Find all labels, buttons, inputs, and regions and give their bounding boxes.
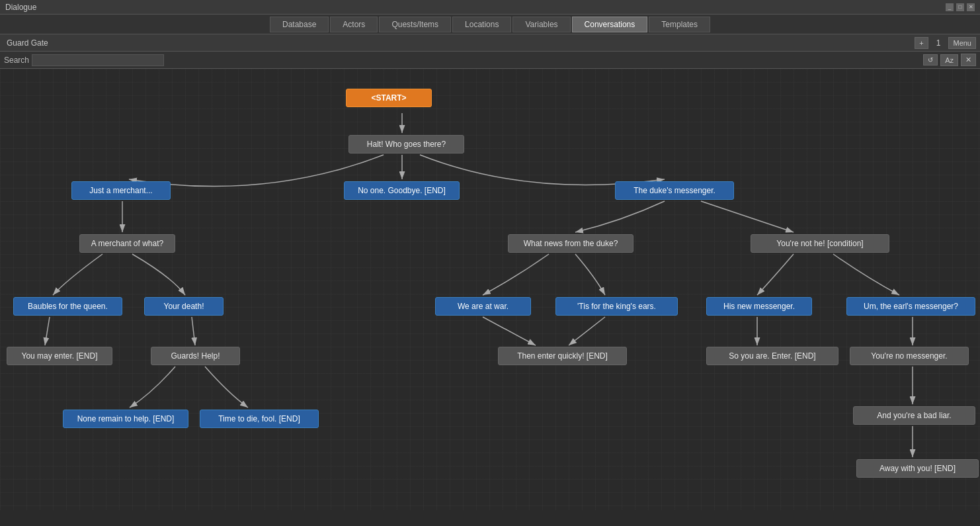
conversation-title: Guard Gate <box>4 38 912 48</box>
search-right: ↺ Az ✕ <box>923 54 976 66</box>
node-no-one[interactable]: No one. Goodbye. [END] <box>344 181 460 200</box>
node-what-news[interactable]: What news from the duke? <box>508 234 633 253</box>
close-button[interactable]: ✕ <box>967 3 975 11</box>
menu-button[interactable]: Menu <box>948 37 976 49</box>
node-we-at-war[interactable]: We are at war. <box>435 297 531 316</box>
tab-templates[interactable]: Templates <box>649 17 710 32</box>
node-then-enter[interactable]: Then enter quickly! [END] <box>498 347 627 365</box>
tab-actors[interactable]: Actors <box>330 17 378 32</box>
tab-quests[interactable]: Quests/Items <box>379 17 451 32</box>
tab-conversations[interactable]: Conversations <box>572 17 648 32</box>
search-bar: Search ↺ Az ✕ <box>0 52 980 69</box>
node-bad-liar[interactable]: And you're a bad liar. <box>853 406 975 425</box>
svg-line-4 <box>45 317 50 345</box>
node-start[interactable]: <START> <box>346 89 432 107</box>
node-his-new-messenger[interactable]: His new messenger. <box>706 297 812 316</box>
toolbar: Guard Gate + 1 Menu <box>0 34 980 52</box>
az-sort-button[interactable]: Az <box>940 54 958 66</box>
title-bar: Dialogue _ □ ✕ <box>0 0 980 15</box>
node-not-he[interactable]: You're not he! [condition] <box>751 234 889 253</box>
search-input[interactable] <box>32 54 164 66</box>
app-title: Dialogue <box>5 3 36 12</box>
tab-variables[interactable]: Variables <box>512 17 570 32</box>
node-just-merchant[interactable]: Just a merchant... <box>71 181 171 200</box>
node-kings-ears[interactable]: 'Tis for the king's ears. <box>555 297 678 316</box>
node-your-death[interactable]: Your death! <box>144 297 224 316</box>
close-search-button[interactable]: ✕ <box>961 54 976 66</box>
node-may-enter[interactable]: You may enter. [END] <box>7 347 112 365</box>
reset-search-button[interactable]: ↺ <box>923 54 938 66</box>
search-label: Search <box>4 56 29 65</box>
node-halt[interactable]: Halt! Who goes there? <box>348 135 464 153</box>
svg-line-6 <box>483 317 536 345</box>
node-so-you-are[interactable]: So you are. Enter. [END] <box>706 347 838 365</box>
node-duke-messenger[interactable]: The duke's messenger. <box>615 181 734 200</box>
node-time-to-die[interactable]: Time to die, fool. [END] <box>200 410 319 428</box>
node-guards-help[interactable]: Guards! Help! <box>151 347 240 365</box>
tab-locations[interactable]: Locations <box>452 17 511 32</box>
node-merchant-what[interactable]: A merchant of what? <box>79 234 175 253</box>
window-controls: _ □ ✕ <box>946 3 975 11</box>
maximize-button[interactable]: □ <box>956 3 964 11</box>
node-earl-messenger[interactable]: Um, the earl's messenger? <box>846 297 975 316</box>
toolbar-right: + 1 Menu <box>915 37 976 49</box>
minimize-button[interactable]: _ <box>946 3 954 11</box>
node-baubles[interactable]: Baubles for the queen. <box>13 297 122 316</box>
add-conversation-button[interactable]: + <box>915 37 928 49</box>
tab-database[interactable]: Database <box>270 17 329 32</box>
svg-line-5 <box>192 317 195 345</box>
node-none-remain[interactable]: None remain to help. [END] <box>63 410 188 428</box>
arrows-overlay <box>0 69 980 510</box>
nav-tabs: Database Actors Quests/Items Locations V… <box>0 15 980 34</box>
zoom-value: 1 <box>931 38 946 48</box>
svg-line-7 <box>569 317 605 345</box>
dialogue-canvas[interactable]: <START> Halt! Who goes there? Just a mer… <box>0 69 980 510</box>
node-no-messenger[interactable]: You're no messenger. <box>850 347 969 365</box>
node-away-with-you[interactable]: Away with you! [END] <box>856 459 979 478</box>
